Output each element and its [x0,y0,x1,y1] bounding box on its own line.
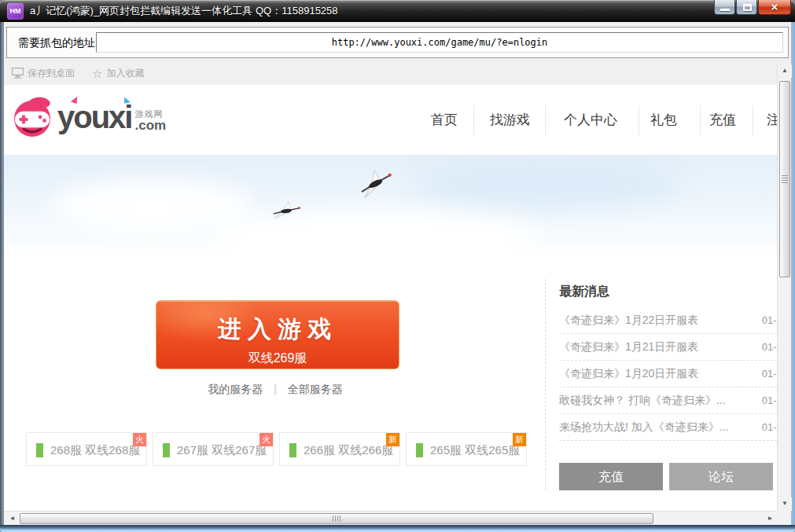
star-icon: ☆ [92,68,102,79]
maximize-button[interactable] [736,0,757,15]
column-divider [545,279,546,490]
nav-item-recharge[interactable]: 充值 [709,85,736,155]
news-panel: 最新消息 《奇迹归来》1月22日开服表 01-23 《奇迹归来》1月21日开服表… [559,284,777,300]
nav-separator [700,105,701,135]
news-date: 01-23 [762,334,777,360]
capture-address-label: 需要抓包的地址: [18,28,98,57]
news-text: 《奇迹归来》1月20日开服表 [559,361,736,387]
scroll-grip-icon [782,175,788,183]
nav-separator [473,105,474,135]
browser-viewport: youxi 游戏网 .com 首页 找游戏 [4,85,777,511]
horizontal-scrollbar[interactable]: ◄ ► [4,511,777,525]
enter-game-server: 双线269服 [156,350,399,367]
app-body: 需要抓包的地址: 保存到桌面 ☆ 加入收藏 [4,22,791,525]
minimize-icon [720,9,730,11]
close-button[interactable]: × [758,0,791,15]
monitor-icon [12,68,24,79]
horizontal-scroll-thumb[interactable] [20,513,653,524]
server-links: 我的服务器 | 全部服务器 [4,383,547,397]
vertical-scrollbar[interactable]: ▲ ▼ [777,64,791,511]
new-badge: 新 [513,433,526,446]
save-to-desktop-label: 保存到桌面 [28,67,75,80]
news-date: 01-23 [762,361,777,387]
server-green-bar-icon [163,443,170,457]
server-name: 266服 双线266服 [304,433,393,467]
add-favorite-label: 加入收藏 [106,67,144,80]
news-date: 01-23 [762,387,777,413]
nav-separator [545,105,546,135]
server-card[interactable]: 265服 双线265服 新 [406,432,527,466]
news-item[interactable]: 敢碰我女神？ 打响《奇迹归来》... 01-23 [559,387,777,414]
nav-item-gift-pack[interactable]: 礼包 [650,85,677,155]
news-date: 01-22 [762,414,777,440]
window-title: a丿记忆(鸿蒙)_网页封包拦截编辑发送一体化工具 [30,0,252,22]
recharge-button[interactable]: 充值 [559,463,663,490]
my-servers-link[interactable]: 我的服务器 [208,383,263,395]
scroll-down-button[interactable]: ▼ [778,497,792,511]
app-icon: HM [7,3,24,20]
nav-separator [753,105,753,135]
enter-game-button[interactable]: 进入游戏 双线269服 [156,300,399,369]
hot-badge: 火 [133,433,146,446]
news-text: 来场抢功大战! 加入《奇迹归来》... [559,414,736,440]
nav-separator [639,105,639,135]
news-title: 最新消息 [559,284,777,300]
nav-item-personal-center[interactable]: 个人中心 [564,85,617,155]
nav-item-clipped[interactable]: 注 [767,85,777,155]
hot-badge: 火 [259,433,273,446]
news-text: 敢碰我女神？ 打响《奇迹归来》... [559,387,736,413]
browser-area: youxi 游戏网 .com 首页 找游戏 [4,85,791,525]
news-date: 01-23 [762,307,777,333]
link-divider: | [274,383,277,395]
capture-url-input[interactable] [96,32,783,53]
scroll-left-button[interactable]: ◄ [6,512,19,525]
news-item[interactable]: 《奇迹归来》1月20日开服表 01-23 [559,361,777,387]
server-card[interactable]: 266服 双线266服 新 [279,432,400,466]
scroll-grip-icon [333,515,340,522]
forum-button[interactable]: 论坛 [669,463,773,490]
vertical-scroll-thumb[interactable] [779,81,790,277]
crane-bird-icon [348,161,403,204]
news-item[interactable]: 《奇迹归来》1月22日开服表 01-23 [559,307,777,334]
server-card[interactable]: 268服 双线268服 火 [26,432,147,466]
window-bottom-frame [0,525,795,532]
server-name: 265服 双线265服 [430,433,520,467]
app-window: HM a丿记忆(鸿蒙)_网页封包拦截编辑发送一体化工具 QQ：115891525… [0,0,795,532]
server-green-bar-icon [36,443,43,457]
add-favorite-button[interactable]: ☆ 加入收藏 [92,63,144,83]
qq-number: QQ：1158915258 [256,0,338,22]
server-green-bar-icon [416,443,423,457]
nav-item-home[interactable]: 首页 [431,85,458,155]
mini-toolbar: 保存到桌面 ☆ 加入收藏 [4,63,791,83]
news-text: 《奇迹归来》1月21日开服表 [559,334,736,360]
news-list: 《奇迹归来》1月22日开服表 01-23 《奇迹归来》1月21日开服表 01-2… [559,307,777,441]
save-to-desktop-button[interactable]: 保存到桌面 [12,63,75,83]
crane-bird-icon [267,198,305,222]
window-titlebar[interactable]: HM a丿记忆(鸿蒙)_网页封包拦截编辑发送一体化工具 QQ：115891525… [0,0,795,22]
news-item[interactable]: 《奇迹归来》1月21日开服表 01-23 [559,334,777,361]
site-header: youxi 游戏网 .com 首页 找游戏 [4,85,777,155]
main-content: 进入游戏 双线269服 我的服务器 | 全部服务器 268服 双线268服 火 [4,255,777,511]
server-name: 267服 双线267服 [177,433,267,467]
enter-game-label: 进入游戏 [156,314,399,346]
server-name: 268服 双线268服 [50,433,140,467]
capture-address-panel: 需要抓包的地址: [6,27,789,58]
all-servers-link[interactable]: 全部服务器 [288,383,343,395]
scrollbar-corner [777,511,791,525]
server-green-bar-icon [289,443,296,457]
scroll-right-button[interactable]: ► [764,512,777,525]
nav-item-find-games[interactable]: 找游戏 [490,85,530,155]
hero-banner [4,155,777,255]
server-card[interactable]: 267服 双线267服 火 [153,432,274,466]
cloud-shape [208,210,539,255]
minimize-button[interactable] [714,0,735,15]
news-item[interactable]: 来场抢功大战! 加入《奇迹归来》... 01-22 [559,414,777,441]
scroll-up-button[interactable]: ▲ [778,64,792,78]
new-badge: 新 [386,433,399,446]
news-text: 《奇迹归来》1月22日开服表 [559,307,736,333]
cloud-shape [413,163,680,210]
maximize-icon [743,4,752,11]
site-nav: 首页 找游戏 个人中心 礼包 充值 注 [4,85,777,155]
